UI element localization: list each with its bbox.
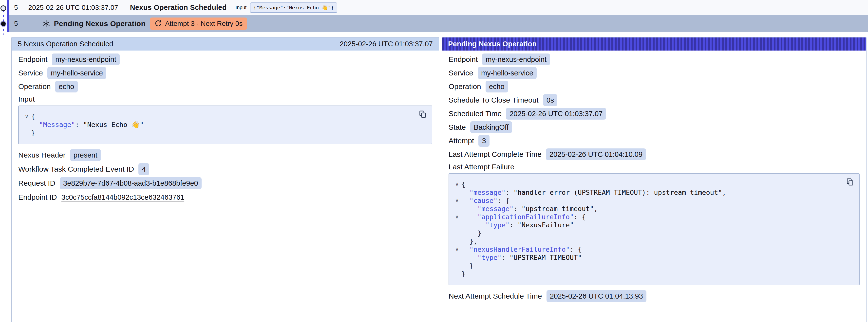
- event-detail-body: Endpointmy-nexus-endpointServicemy-hello…: [12, 54, 439, 203]
- event-timestamp: 2025-02-26 UTC 01:03:37.07: [28, 4, 118, 11]
- json-line: ∨ "nexusHandlerFailureInfo": {: [453, 245, 853, 254]
- field-scheduled-time: Scheduled Time2025-02-26 UTC 01:03:37.07: [448, 108, 860, 120]
- field-label: Request ID: [18, 179, 55, 187]
- pending-title: Pending Nexus Operation: [54, 20, 146, 28]
- json-text: "nexusHandlerFailureInfo": {: [461, 245, 582, 254]
- pending-operation-body: Endpointmy-nexus-endpointServicemy-hello…: [442, 54, 866, 302]
- event-history-rows: 5 2025-02-26 UTC 01:03:37.07 Nexus Opera…: [9, 0, 868, 32]
- failure-section-label: Last Attempt Failure: [448, 163, 515, 171]
- collapse-chevron-icon[interactable]: ∨: [453, 180, 461, 188]
- detail-panels: 5 Nexus Operation Scheduled 2025-02-26 U…: [11, 37, 868, 322]
- json-text: "message": "handler error (UPSTREAM_TIME…: [461, 188, 726, 196]
- chevron-spacer: [453, 270, 461, 278]
- failure-json-viewer: ∨{ "message": "handler error (UPSTREAM_T…: [448, 173, 860, 285]
- event-detail-header-title: 5 Nexus Operation Scheduled: [18, 40, 113, 48]
- json-text: "applicationFailureInfo": {: [461, 213, 586, 221]
- field-value-badge: 0s: [543, 94, 558, 106]
- chevron-spacer: [453, 254, 461, 262]
- field-workflow-task-completed-event-id: Workflow Task Completed Event ID4: [18, 163, 432, 175]
- field-label: Endpoint: [448, 55, 478, 64]
- field-label: Service: [18, 69, 43, 77]
- field-label: Scheduled Time: [448, 109, 502, 118]
- json-text: },: [461, 237, 477, 245]
- json-line: "Message": "Nexus Echo 👋": [22, 121, 426, 129]
- field-request-id: Request ID3e829b7e-7d67-4b08-aad3-b1e868…: [18, 177, 432, 189]
- field-label: Endpoint: [18, 55, 48, 64]
- chevron-spacer: [453, 229, 461, 237]
- json-line: },: [453, 237, 853, 245]
- json-text: }: [31, 129, 35, 137]
- event-row-scheduled[interactable]: 5 2025-02-26 UTC 01:03:37.07 Nexus Opera…: [9, 0, 868, 15]
- field-label: State: [448, 123, 466, 131]
- copy-icon[interactable]: [418, 110, 427, 119]
- json-line: "type": "NexusFailure": [453, 221, 853, 229]
- field-value-badge: my-nexus-endpoint: [52, 54, 120, 65]
- field-label: Endpoint ID: [18, 193, 57, 201]
- field-value-badge: present: [70, 149, 101, 161]
- field-endpoint: Endpointmy-nexus-endpoint: [448, 54, 860, 65]
- field-attempt: Attempt3: [448, 135, 860, 147]
- json-line: ∨{: [453, 180, 853, 188]
- input-section-label: Input: [18, 95, 35, 103]
- event-detail-header-time: 2025-02-26 UTC 01:03:37.07: [340, 40, 433, 48]
- field-value-badge: BackingOff: [470, 121, 512, 133]
- pending-node-circle-icon: [0, 21, 6, 27]
- json-line: "type": "UPSTREAM_TIMEOUT": [453, 254, 853, 262]
- collapse-chevron-icon[interactable]: ∨: [453, 196, 461, 205]
- field-label: Next Attempt Schedule Time: [448, 292, 542, 300]
- json-lines: ∨{ "message": "handler error (UPSTREAM_T…: [453, 180, 853, 278]
- collapse-chevron-icon[interactable]: ∨: [453, 213, 461, 221]
- field-label: Operation: [448, 82, 481, 91]
- event-detail-header: 5 Nexus Operation Scheduled 2025-02-26 U…: [12, 37, 439, 51]
- json-text: "cause": {: [461, 196, 509, 205]
- field-value-badge: echo: [55, 80, 78, 93]
- event-detail-panel: 5 Nexus Operation Scheduled 2025-02-26 U…: [11, 37, 439, 322]
- collapse-chevron-icon[interactable]: ∨: [22, 112, 31, 121]
- field-value-badge: echo: [486, 80, 508, 93]
- input-json-viewer: ∨{ "Message": "Nexus Echo 👋"}: [18, 105, 432, 144]
- pending-event-id-link[interactable]: 5: [14, 20, 18, 28]
- chevron-spacer: [453, 237, 461, 245]
- field-service: Servicemy-hello-service: [448, 67, 860, 79]
- field-endpoint: Endpointmy-nexus-endpoint: [18, 54, 432, 65]
- chevron-spacer: [453, 188, 461, 196]
- workflow-event-history-screen: 5 2025-02-26 UTC 01:03:37.07 Nexus Opera…: [0, 0, 868, 322]
- json-text: "Message": "Nexus Echo 👋": [31, 121, 144, 129]
- pending-operation-header-title: Pending Nexus Operation: [448, 40, 537, 48]
- event-row-pending[interactable]: 5 Pending Nexus Operation Attempt 3 · Ne…: [9, 15, 868, 32]
- json-text: {: [461, 180, 465, 188]
- field-label: Last Attempt Complete Time: [448, 150, 541, 159]
- field-label: Schedule To Close Timeout: [448, 96, 538, 104]
- json-line: }: [22, 129, 426, 137]
- json-text: "type": "UPSTREAM_TIMEOUT": [461, 254, 582, 262]
- field-nexus-header: Nexus Headerpresent: [18, 149, 432, 161]
- field-service: Servicemy-hello-service: [18, 67, 432, 79]
- json-text: }: [461, 270, 465, 278]
- event-input-label: Input: [236, 5, 247, 10]
- collapse-chevron-icon[interactable]: ∨: [453, 245, 461, 254]
- chevron-spacer: [453, 205, 461, 213]
- json-line: }: [453, 262, 853, 270]
- field-operation: Operationecho: [448, 80, 860, 93]
- field-label: Attempt: [448, 137, 474, 145]
- field-value-link[interactable]: 3c0c75ccfa8144b092c13ce632463761: [61, 193, 184, 201]
- field-value-badge: 2025-02-26 UTC 01:04:10.09: [546, 149, 646, 160]
- field-schedule-to-close-timeout: Schedule To Close Timeout0s: [448, 94, 860, 106]
- field-value-badge: 4: [138, 163, 149, 175]
- field-last-attempt-failure: Last Attempt Failure: [448, 162, 860, 172]
- json-line: }: [453, 270, 853, 278]
- copy-icon[interactable]: [846, 178, 854, 187]
- chevron-spacer: [22, 129, 31, 137]
- field-label: Nexus Header: [18, 151, 66, 159]
- field-endpoint-id: Endpoint ID3c0c75ccfa8144b092c13ce632463…: [18, 191, 432, 203]
- pending-operation-panel: Pending Nexus Operation Endpointmy-nexus…: [442, 37, 867, 322]
- json-line: ∨{: [22, 112, 426, 121]
- json-text: "message": "upstream timeout",: [461, 205, 598, 213]
- field-value-badge: my-nexus-endpoint: [482, 54, 550, 65]
- field-last-attempt-complete-time: Last Attempt Complete Time2025-02-26 UTC…: [448, 149, 860, 160]
- event-title: Nexus Operation Scheduled: [130, 3, 227, 11]
- json-text: }: [461, 262, 473, 270]
- event-id-link[interactable]: 5: [14, 4, 18, 11]
- chevron-spacer: [22, 121, 31, 129]
- field-label: Operation: [18, 82, 51, 91]
